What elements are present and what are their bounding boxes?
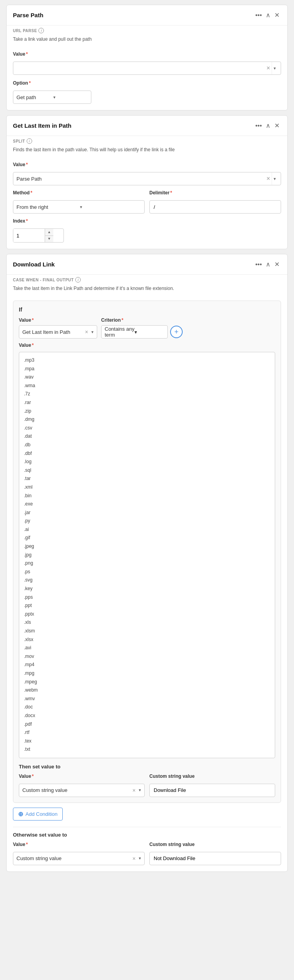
list-item: .mov <box>24 652 270 661</box>
list-item: .wav <box>24 373 270 382</box>
if-value-tag: Get Last Item in Path <box>22 329 83 335</box>
list-item: .docx <box>24 712 270 720</box>
then-value-tag-input[interactable]: Custom string value × ▾ <box>19 784 145 797</box>
list-item: .dmg <box>24 415 270 424</box>
get-last-item-delimiter-label: Delimiter* <box>149 190 281 196</box>
list-item: .mpeg <box>24 678 270 687</box>
otherwise-fields-row: Value* Custom string value × ▾ Custom st… <box>13 842 281 865</box>
get-last-item-value-arrow[interactable]: ▾ <box>272 172 278 185</box>
get-last-item-index-stepper[interactable]: ▲ ▼ <box>13 228 64 243</box>
chevron-up-icon: ∧ <box>266 122 270 129</box>
download-link-more-btn[interactable]: ••• <box>254 259 263 270</box>
if-criterion-row-inner: Contains any term ▾ + <box>101 325 183 339</box>
then-custom-input[interactable] <box>149 784 275 797</box>
add-condition-label: Add Condition <box>25 811 58 817</box>
get-last-item-value-label: Value* <box>13 162 281 167</box>
parse-path-title: Parse Path <box>13 12 250 18</box>
get-last-item-collapse-btn[interactable]: ∧ <box>264 120 272 131</box>
then-value-clear-btn[interactable]: × <box>131 788 137 793</box>
then-custom-field: Custom string value <box>149 773 275 797</box>
list-item: .webm <box>24 686 270 695</box>
list-item: .jpeg <box>24 542 270 551</box>
get-last-item-method-select[interactable]: From the right ▾ <box>13 200 145 214</box>
get-last-item-value-field: Value* Parse Path × ▾ <box>13 162 281 185</box>
get-last-item-clear-btn[interactable]: × <box>265 176 272 182</box>
get-last-item-method-value: From the right <box>16 204 78 210</box>
list-item: .mp4 <box>24 661 270 669</box>
get-last-item-method-arrow: ▾ <box>80 205 141 210</box>
get-last-item-header: Get Last Item in Path ••• ∧ ✕ <box>7 116 287 136</box>
parse-path-info-icon[interactable]: i <box>38 28 44 33</box>
otherwise-value-tag-input[interactable]: Custom string value × ▾ <box>13 852 145 865</box>
parse-path-close-btn[interactable]: ✕ <box>273 10 281 20</box>
list-item: .rtf <box>24 728 270 737</box>
download-link-description: Take the last item in the Link Path and … <box>7 283 287 296</box>
if-criterion-arrow: ▾ <box>134 329 164 335</box>
parse-path-value-dropdown-arrow[interactable]: ▾ <box>272 62 278 74</box>
get-last-item-more-btn[interactable]: ••• <box>254 121 263 131</box>
dots-icon: ••• <box>255 12 262 19</box>
otherwise-value-clear-btn[interactable]: × <box>131 856 137 861</box>
otherwise-value-arrow[interactable]: ▾ <box>139 856 141 861</box>
get-last-item-delimiter-field: Delimiter* <box>149 190 281 214</box>
then-value-arrow[interactable]: ▾ <box>139 788 141 793</box>
parse-path-value-text[interactable] <box>16 65 265 71</box>
get-last-item-card: Get Last Item in Path ••• ∧ ✕ SPLIT i Fi… <box>6 115 288 249</box>
list-item: .ai <box>24 525 270 534</box>
download-link-subtitle: CASE WHEN - FINAL OUTPUT <box>13 278 74 282</box>
if-value-field: Value* Get Last Item in Path × ▾ <box>19 317 97 339</box>
otherwise-value-field: Value* Custom string value × ▾ <box>13 842 145 865</box>
download-link-header-icons: ••• ∧ ✕ <box>254 259 281 270</box>
if-value-list-area[interactable]: .mp3.mpa.wav.wma.7z.rar.zip.dmg.csv.dat.… <box>19 352 275 758</box>
list-item: .pdf <box>24 720 270 729</box>
if-add-criterion-btn[interactable]: + <box>170 326 183 338</box>
get-last-item-decrement-btn[interactable]: ▼ <box>45 236 53 243</box>
parse-path-option-select[interactable]: Get path ▾ <box>13 91 91 104</box>
get-last-item-method-field: Method* From the right ▾ <box>13 190 145 214</box>
parse-path-collapse-btn[interactable]: ∧ <box>264 10 272 20</box>
parse-path-more-btn[interactable]: ••• <box>254 10 263 20</box>
get-last-item-index-label: Index* <box>13 218 281 224</box>
list-item: .avi <box>24 644 270 652</box>
download-link-title: Download Link <box>13 261 250 268</box>
parse-path-header-icons: ••• ∧ ✕ <box>254 10 281 20</box>
download-link-close-btn[interactable]: ✕ <box>273 259 281 270</box>
list-item: .log <box>24 458 270 466</box>
if-value-list-label: Value* <box>19 342 275 348</box>
list-item: .pps <box>24 593 270 602</box>
get-last-item-body: Value* Parse Path × ▾ Method* From the r… <box>7 157 287 249</box>
list-item: .db <box>24 441 270 449</box>
download-link-subtitle-row: CASE WHEN - FINAL OUTPUT i <box>7 275 287 283</box>
add-condition-btn[interactable]: ⊕ Add Condition <box>13 808 63 821</box>
if-criterion-value: Contains any term <box>105 326 134 338</box>
parse-path-description: Take a link value and pull out the path <box>7 33 287 47</box>
get-last-item-info-icon[interactable]: i <box>27 138 32 144</box>
if-value-tag-input[interactable]: Get Last Item in Path × ▾ <box>19 325 97 339</box>
list-item: .dbf <box>24 449 270 458</box>
parse-path-value-input[interactable]: × ▾ <box>13 62 281 75</box>
if-value-clear-btn[interactable]: × <box>83 329 90 335</box>
otherwise-custom-field: Custom string value <box>149 842 281 865</box>
parse-path-option-arrow: ▾ <box>53 95 88 100</box>
get-last-item-increment-btn[interactable]: ▲ <box>45 229 53 236</box>
download-link-info-icon[interactable]: i <box>75 277 81 283</box>
parse-path-subtitle-row: URL PARSE i <box>7 25 287 33</box>
get-last-item-delimiter-input[interactable] <box>149 200 281 214</box>
list-item: .mpg <box>24 669 270 678</box>
dots-icon: ••• <box>255 122 262 129</box>
otherwise-custom-input[interactable] <box>149 852 281 865</box>
if-label: If <box>19 306 275 313</box>
parse-path-card: Parse Path ••• ∧ ✕ URL PARSE i Take a li… <box>6 5 288 110</box>
otherwise-label: Otherwise set value to <box>13 832 281 838</box>
get-last-item-close-btn[interactable]: ✕ <box>273 120 281 131</box>
if-criterion-select[interactable]: Contains any term ▾ <box>101 325 168 339</box>
parse-path-clear-btn[interactable]: × <box>265 65 272 71</box>
if-value-arrow[interactable]: ▾ <box>91 330 94 335</box>
get-last-item-value-input[interactable]: Parse Path × ▾ <box>13 172 281 185</box>
then-value-field: Value* Custom string value × ▾ <box>19 773 145 797</box>
list-item: .tar <box>24 475 270 483</box>
download-link-collapse-btn[interactable]: ∧ <box>264 259 272 270</box>
get-last-item-description: Finds the last item in the path value. T… <box>7 144 287 157</box>
list-item: .sql <box>24 466 270 475</box>
get-last-item-index-input[interactable] <box>13 229 45 242</box>
